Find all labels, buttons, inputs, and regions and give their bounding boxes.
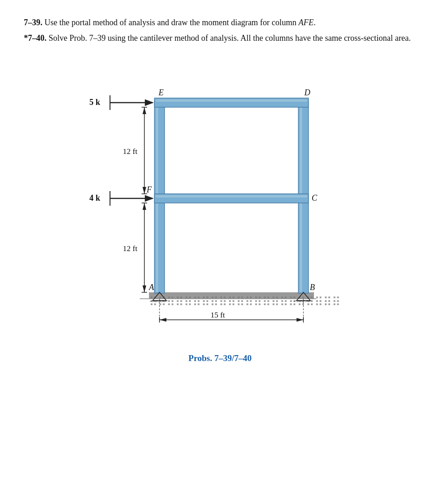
mid-beam-highlight	[156, 195, 307, 197]
problem-text-block: 7–39. Use the portal method of analysis …	[24, 16, 416, 45]
page: 7–39. Use the portal method of analysis …	[0, 0, 440, 504]
dim-15ft-arrow-l	[160, 318, 166, 322]
dim-15ft-arrow-r	[297, 318, 303, 322]
diagram-container: ⠿⠿⠿⠿⠿⠿⠿⠿⠿⠿⠿⠿⠿⠿⠿⠿⠿⠿⠿⠿⠿⠿	[78, 59, 362, 356]
problem-739-text: 7–39. Use the portal method of analysis …	[24, 16, 416, 29]
node-D-label: D	[304, 88, 310, 97]
problem-740-body: Solve Prob. 7–39 using the cantilever me…	[49, 33, 411, 43]
dim-12ft-top-arrow-up	[143, 107, 146, 114]
top-beam-highlight	[156, 99, 307, 102]
column-label: AFE	[298, 18, 314, 27]
node-B-label: B	[310, 283, 315, 292]
node-F-label: F	[146, 185, 152, 194]
dim-12ft-bot-arrow-up	[143, 203, 146, 210]
structural-diagram: ⠿⠿⠿⠿⠿⠿⠿⠿⠿⠿⠿⠿⠿⠿⠿⠿⠿⠿⠿⠿⠿⠿	[78, 59, 362, 347]
node-E-label: E	[158, 88, 164, 97]
node-A-label: A	[148, 283, 154, 292]
ground-texture: ⠿⠿⠿⠿⠿⠿⠿⠿⠿⠿⠿⠿⠿⠿⠿⠿⠿⠿⠿⠿⠿⠿	[149, 296, 341, 309]
dim-12ft-bot-label: 12 ft	[123, 244, 138, 253]
dim-12ft-top-label: 12 ft	[123, 147, 138, 156]
svg-text:⠿⠿⠿⠿⠿⠿⠿⠿⠿⠿⠿⠿⠿⠿⠿⠿⠿⠿⠿⠿⠿⠿: ⠿⠿⠿⠿⠿⠿⠿⠿⠿⠿⠿⠿⠿⠿⠿⠿⠿⠿⠿⠿⠿⠿	[149, 296, 341, 309]
dim-12ft-top-arrow-down	[143, 187, 146, 194]
load-5k-label: 5 k	[89, 98, 100, 107]
node-C-label: C	[312, 193, 318, 203]
problem-740-text: *7–40. Solve Prob. 7–39 using the cantil…	[24, 32, 416, 45]
dim-15ft-label: 15 ft	[210, 311, 225, 319]
diagram-caption: Probs. 7–39/7–40	[78, 353, 362, 363]
dim-12ft-bot-arrow-down	[143, 285, 146, 292]
problem-739-body: Use the portal method of analysis and dr…	[44, 18, 316, 27]
diagram-area: ⠿⠿⠿⠿⠿⠿⠿⠿⠿⠿⠿⠿⠿⠿⠿⠿⠿⠿⠿⠿⠿⠿	[24, 59, 416, 356]
problem-739-number: 7–39.	[24, 18, 43, 27]
problem-740-number: *7–40.	[24, 33, 47, 43]
load-4k-label: 4 k	[89, 193, 100, 203]
caption-text: Probs. 7–39/7–40	[188, 353, 252, 363]
